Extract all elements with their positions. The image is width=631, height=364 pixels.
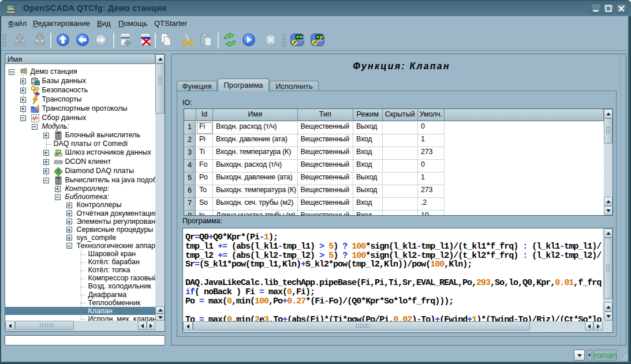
svg-text:DCON: DCON	[55, 161, 62, 164]
svg-text:АГРС: АГРС	[22, 69, 28, 72]
